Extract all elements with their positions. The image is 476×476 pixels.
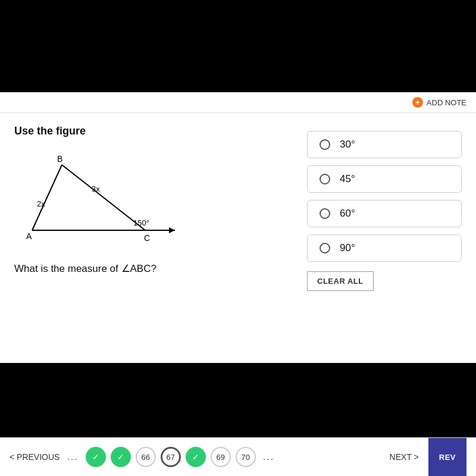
answer-option-2[interactable]: 45° — [307, 165, 462, 193]
triangle-figure: B A C 2x 3x 150° — [14, 147, 193, 248]
page-66-label: 66 — [142, 453, 150, 462]
answer-option-1[interactable]: 30° — [307, 131, 462, 158]
svg-text:2x: 2x — [37, 199, 45, 208]
check-icon-65: ✓ — [117, 452, 124, 462]
next-button[interactable]: NEXT > — [390, 452, 419, 462]
answer-label-3: 60° — [340, 208, 355, 220]
page-70-label: 70 — [242, 453, 250, 462]
radio-1 — [320, 139, 330, 150]
page-67-label: 67 — [167, 453, 175, 462]
top-black-area — [0, 0, 476, 92]
svg-text:C: C — [144, 233, 150, 243]
page-64[interactable]: ✓ 64 — [86, 447, 106, 467]
page-65[interactable]: ✓ — [111, 447, 131, 467]
answer-label-4: 90° — [340, 242, 355, 254]
page-69[interactable]: 69 — [211, 447, 231, 467]
answer-label-2: 45° — [340, 173, 355, 185]
page-70[interactable]: 70 — [236, 447, 256, 467]
page-69-label: 69 — [217, 453, 225, 462]
radio-2 — [320, 174, 330, 184]
question-area: Use the figure B A C 2x 3x — [0, 113, 476, 363]
svg-text:150°: 150° — [133, 218, 149, 227]
svg-line-0 — [32, 165, 62, 230]
radio-3 — [320, 208, 330, 219]
left-dots: ... — [67, 452, 78, 462]
svg-line-1 — [62, 165, 145, 230]
page-66[interactable]: 66 — [136, 447, 156, 467]
svg-text:3x: 3x — [92, 184, 100, 193]
left-section: Use the figure B A C 2x 3x — [14, 125, 289, 351]
add-note-label: ADD NOTE — [427, 98, 466, 107]
clear-all-button[interactable]: CLEAR ALL — [307, 271, 374, 291]
add-note-button[interactable]: + ADD NOTE — [412, 97, 466, 108]
page-67[interactable]: 67 — [161, 447, 181, 467]
check-icon-64: ✓ — [92, 452, 99, 462]
header-bar: + ADD NOTE — [0, 92, 476, 113]
svg-text:B: B — [57, 154, 62, 164]
svg-marker-3 — [169, 227, 175, 233]
bottom-navigation: < PREVIOUS ... ✓ 64 ✓ 66 67 ✓ 69 70 ... … — [0, 437, 476, 476]
rev-button[interactable]: REV — [428, 438, 466, 476]
figure-title: Use the figure — [14, 125, 289, 137]
answer-option-3[interactable]: 60° — [307, 200, 462, 227]
add-note-icon: + — [412, 97, 423, 108]
answer-options: 30° 45° 60° 90° CLEAR ALL — [307, 125, 462, 351]
answer-option-4[interactable]: 90° — [307, 234, 462, 262]
main-content: + ADD NOTE Use the figure B A C — [0, 92, 476, 363]
question-text: What is the measure of ∠ABC? — [14, 262, 289, 275]
previous-button[interactable]: < PREVIOUS — [10, 452, 60, 462]
check-icon-68: ✓ — [192, 452, 199, 462]
radio-4 — [320, 243, 330, 253]
svg-text:A: A — [26, 231, 32, 241]
page-68[interactable]: ✓ — [186, 447, 206, 467]
answer-label-1: 30° — [340, 139, 355, 151]
right-dots: ... — [263, 452, 274, 462]
